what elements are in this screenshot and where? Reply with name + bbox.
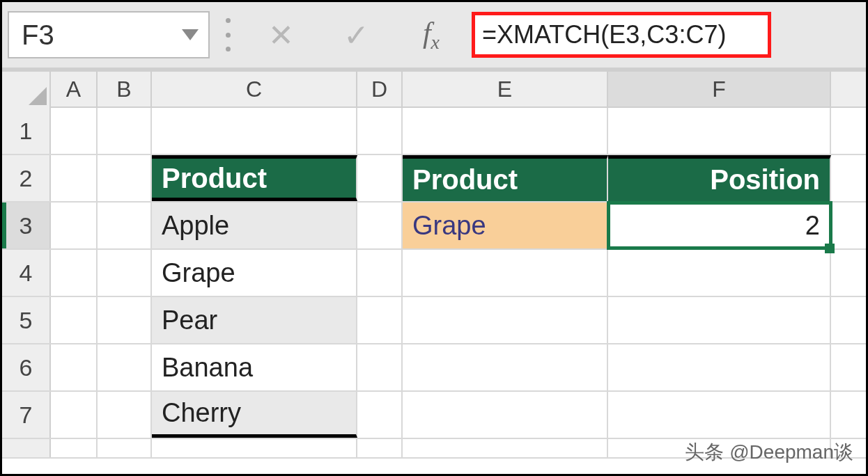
cell-f5[interactable]: [608, 297, 831, 343]
name-box-value: F3: [22, 19, 54, 51]
col-header-e[interactable]: E: [403, 72, 608, 106]
cell-d1[interactable]: [357, 108, 403, 154]
row-header-7[interactable]: 7: [2, 392, 51, 438]
cell-b6[interactable]: [98, 344, 152, 390]
cell-a7[interactable]: [51, 392, 98, 438]
cell-d3[interactable]: [357, 203, 403, 248]
col-header-f[interactable]: F: [608, 72, 831, 106]
row-7: 7 Cherry: [2, 392, 866, 439]
table2-header-product[interactable]: Product: [403, 155, 608, 201]
cell-b2[interactable]: [98, 155, 152, 201]
cell-a8[interactable]: [51, 439, 98, 457]
table1-header[interactable]: Product: [152, 155, 357, 201]
rows: 1 2 Product Product Position 3 Apple Gra…: [2, 108, 866, 459]
cell-a2[interactable]: [51, 155, 98, 201]
row-header-8[interactable]: [2, 439, 51, 457]
table2-header-position[interactable]: Position: [608, 155, 831, 201]
cell-c1[interactable]: [152, 108, 357, 154]
insert-function-button[interactable]: fx: [396, 11, 466, 58]
table2-lookup[interactable]: Grape: [403, 203, 608, 248]
fx-icon: fx: [423, 16, 440, 54]
cell-b7[interactable]: [98, 392, 152, 438]
cell-a4[interactable]: [51, 250, 98, 296]
cell-d5[interactable]: [357, 297, 403, 343]
cell-a3[interactable]: [51, 203, 98, 248]
cell-f7[interactable]: [608, 392, 831, 438]
row-header-4[interactable]: 4: [2, 250, 51, 296]
table1-item-0[interactable]: Apple: [152, 203, 357, 248]
cell-c8[interactable]: [152, 439, 357, 457]
col-header-b[interactable]: B: [98, 72, 152, 106]
row-header-1[interactable]: 1: [2, 108, 51, 154]
row-8: [2, 439, 866, 459]
cell-b8[interactable]: [98, 439, 152, 457]
cell-e1[interactable]: [403, 108, 608, 154]
cell-b1[interactable]: [98, 108, 152, 154]
cell-f6[interactable]: [608, 344, 831, 390]
cell-e8[interactable]: [403, 439, 608, 457]
row-header-5[interactable]: 5: [2, 297, 51, 343]
table2-result-cell[interactable]: 2: [608, 203, 831, 248]
row-6: 6 Banana: [2, 344, 866, 392]
cell-a1[interactable]: [51, 108, 98, 154]
table1-item-3[interactable]: Banana: [152, 344, 357, 390]
row-header-2[interactable]: 2: [2, 155, 51, 201]
select-all-corner[interactable]: [2, 72, 51, 108]
cell-e5[interactable]: [403, 297, 608, 343]
spreadsheet-grid: A B C D E F 1 2 Product Product Position: [2, 72, 866, 470]
cell-d6[interactable]: [357, 344, 403, 390]
cell-e6[interactable]: [403, 344, 608, 390]
cell-b5[interactable]: [98, 297, 152, 343]
cell-e7[interactable]: [403, 392, 608, 438]
cell-a6[interactable]: [51, 344, 98, 390]
cell-d4[interactable]: [357, 250, 403, 296]
formula-input-wrap: =XMATCH(E3,C3:C7): [472, 11, 860, 58]
cancel-formula-button[interactable]: ✕: [246, 11, 316, 58]
row-header-3[interactable]: 3: [2, 203, 51, 248]
select-all-icon: [29, 87, 47, 105]
confirm-formula-button[interactable]: ✓: [321, 11, 391, 58]
x-icon: ✕: [268, 17, 294, 53]
column-headers: A B C D E F: [2, 72, 866, 108]
name-box[interactable]: F3: [8, 11, 210, 58]
formula-bar-row: F3 ✕ ✓ fx =XMATCH(E3,C3:C7): [2, 2, 866, 72]
table1-item-1[interactable]: Grape: [152, 250, 357, 296]
cell-b3[interactable]: [98, 203, 152, 248]
row-header-6[interactable]: 6: [2, 344, 51, 390]
check-icon: ✓: [343, 17, 369, 53]
cell-d8[interactable]: [357, 439, 403, 457]
separator-dots: [224, 18, 232, 51]
col-header-d[interactable]: D: [357, 72, 403, 106]
row-1: 1: [2, 108, 866, 155]
cell-f8[interactable]: [608, 439, 831, 457]
row-3: 3 Apple Grape 2: [2, 203, 866, 250]
row-5: 5 Pear: [2, 297, 866, 344]
cell-d2[interactable]: [357, 155, 403, 201]
cell-b4[interactable]: [98, 250, 152, 296]
table1-item-2[interactable]: Pear: [152, 297, 357, 343]
row-2: 2 Product Product Position: [2, 155, 866, 203]
chevron-down-icon[interactable]: [182, 29, 199, 40]
cell-d7[interactable]: [357, 392, 403, 438]
table1-item-4[interactable]: Cherry: [152, 392, 357, 438]
cell-e4[interactable]: [403, 250, 608, 296]
cell-a5[interactable]: [51, 297, 98, 343]
cell-f1[interactable]: [608, 108, 831, 154]
formula-text: =XMATCH(E3,C3:C7): [482, 20, 726, 49]
row-4: 4 Grape: [2, 250, 866, 297]
col-header-c[interactable]: C: [152, 72, 357, 106]
col-header-a[interactable]: A: [51, 72, 98, 106]
formula-input[interactable]: =XMATCH(E3,C3:C7): [472, 12, 771, 58]
cell-f4[interactable]: [608, 250, 831, 296]
